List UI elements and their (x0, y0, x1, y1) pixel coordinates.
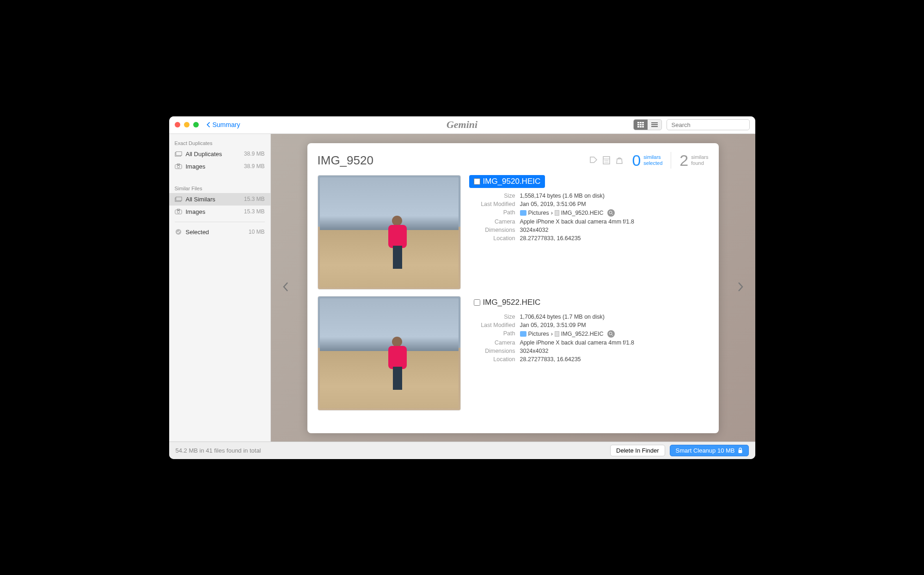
reveal-icon[interactable] (607, 330, 615, 338)
svg-point-17 (177, 165, 179, 168)
svg-rect-5 (642, 124, 644, 126)
filename-chip[interactable]: IMG_9520.HEIC (469, 175, 545, 188)
file-icon (555, 331, 559, 337)
svg-point-22 (177, 211, 179, 213)
svg-rect-37 (738, 450, 742, 453)
file-details: IMG_9520.HEIC Size1,558,174 bytes (1.6 M… (469, 175, 709, 290)
stat-selected: 0 similarsselected (632, 151, 662, 169)
cleanup-label: Smart Cleanup 10 MB (676, 447, 735, 454)
svg-point-30 (605, 162, 606, 163)
meta-size: 1,706,624 bytes (1.7 MB on disk) (520, 314, 605, 320)
svg-line-36 (612, 334, 613, 336)
svg-line-34 (612, 213, 613, 215)
sidebar-item-size: 38.9 MB (244, 151, 265, 157)
meta-camera: Apple iPhone X back dual camera 4mm f/1.… (520, 218, 634, 225)
svg-rect-2 (642, 122, 644, 123)
prev-button[interactable] (273, 272, 298, 303)
reveal-icon[interactable] (607, 209, 615, 217)
main-area: IMG_9520 0 similarsselected 2 (271, 134, 755, 442)
thumbnail[interactable] (318, 296, 461, 411)
stat-found-num: 2 (679, 151, 688, 169)
svg-point-28 (606, 160, 607, 161)
checkmark-circle-icon (175, 229, 182, 235)
search-field[interactable] (667, 119, 750, 130)
svg-rect-20 (176, 197, 181, 201)
close-icon[interactable] (175, 122, 180, 127)
folder-icon (520, 331, 526, 337)
toolbar-right (633, 119, 750, 130)
meta-size: 1,558,174 bytes (1.6 MB on disk) (520, 193, 605, 199)
filename-label: IMG_9522.HEIC (483, 298, 541, 307)
stat-selected-label: similarsselected (643, 154, 662, 166)
svg-point-32 (607, 162, 608, 163)
sidebar-item-selected[interactable]: Selected 10 MB (169, 226, 270, 238)
metadata-list: Size1,706,624 bytes (1.7 MB on disk) Las… (469, 313, 709, 363)
next-button[interactable] (728, 272, 753, 303)
sidebar-item-images-sim[interactable]: Images 15.3 MB (169, 206, 270, 218)
sidebar-divider (175, 222, 265, 222)
meta-path[interactable]: Pictures › IMG_9520.HEIC (520, 209, 615, 217)
sidebar-item-all-similars[interactable]: All Similars 15.3 MB (169, 193, 270, 206)
meta-dimensions: 3024x4032 (520, 348, 549, 354)
file-details: IMG_9522.HEIC Size1,706,624 bytes (1.7 M… (469, 296, 709, 411)
metadata-list: Size1,558,174 bytes (1.6 MB on disk) Las… (469, 192, 709, 242)
svg-rect-7 (640, 126, 642, 127)
grid-view-button[interactable] (634, 120, 648, 130)
sidebar-item-label: All Duplicates (186, 151, 222, 157)
select-checkbox[interactable] (474, 299, 480, 306)
folder-icon (520, 210, 526, 216)
titlebar: Summary Gemini (169, 116, 755, 134)
list-icon (651, 122, 658, 127)
smart-cleanup-button[interactable]: Smart Cleanup 10 MB (670, 445, 749, 456)
sidebar-item-size: 15.3 MB (244, 208, 265, 215)
svg-rect-15 (176, 152, 181, 156)
back-button[interactable]: Summary (206, 121, 240, 128)
sidebar-item-size: 15.3 MB (244, 196, 265, 202)
delete-button[interactable]: Delete In Finder (610, 445, 665, 456)
svg-rect-1 (640, 122, 642, 123)
stack-icon (175, 151, 182, 157)
stat-divider (671, 152, 671, 169)
sidebar: Exact Duplicates All Duplicates 38.9 MB … (169, 134, 271, 442)
meta-location: 28.27277833, 16.64235 (520, 356, 581, 363)
sidebar-item-label: Images (186, 208, 206, 215)
chevron-right-icon (737, 281, 744, 292)
meta-modified: Jan 05, 2019, 3:51:06 PM (520, 201, 586, 207)
svg-rect-10 (651, 124, 658, 125)
filename-chip[interactable]: IMG_9522.HEIC (469, 296, 545, 309)
bag-icon[interactable] (615, 156, 624, 164)
svg-point-31 (606, 162, 607, 163)
svg-point-35 (609, 332, 612, 335)
duplicate-row: IMG_9520.HEIC Size1,558,174 bytes (1.6 M… (318, 175, 709, 290)
zoom-icon[interactable] (193, 122, 199, 127)
search-input[interactable] (672, 121, 749, 128)
meta-modified: Jan 05, 2019, 3:51:09 PM (520, 322, 586, 328)
select-checkbox[interactable] (474, 178, 480, 185)
camera-icon (175, 163, 182, 169)
svg-rect-9 (651, 122, 658, 123)
meta-path[interactable]: Pictures › IMG_9522.HEIC (520, 330, 615, 338)
body: Exact Duplicates All Duplicates 38.9 MB … (169, 134, 755, 442)
view-mode-segment (633, 119, 662, 130)
card-title: IMG_9520 (318, 153, 373, 168)
sidebar-item-images-dup[interactable]: Images 38.9 MB (169, 160, 270, 173)
minimize-icon[interactable] (184, 122, 190, 127)
svg-rect-3 (637, 124, 639, 126)
sidebar-item-all-duplicates[interactable]: All Duplicates 38.9 MB (169, 148, 270, 160)
chevron-left-icon (206, 121, 211, 128)
filename-label: IMG_9520.HEIC (483, 177, 541, 186)
sidebar-item-size: 10 MB (249, 229, 265, 235)
list-view-button[interactable] (648, 120, 661, 130)
calculator-icon[interactable] (602, 156, 611, 164)
window-controls (175, 122, 199, 127)
footer: 54.2 MB in 41 files found in total Delet… (169, 442, 755, 459)
svg-rect-0 (637, 122, 639, 123)
meta-location: 28.27277833, 16.64235 (520, 235, 581, 242)
stat-found-label: similarsfound (691, 154, 708, 166)
duplicate-row: IMG_9522.HEIC Size1,706,624 bytes (1.7 M… (318, 296, 709, 411)
sidebar-item-label: All Similars (186, 196, 215, 203)
tag-icon[interactable] (589, 156, 598, 164)
sidebar-heading-similar: Similar Files (169, 182, 270, 193)
meta-camera: Apple iPhone X back dual camera 4mm f/1.… (520, 339, 634, 346)
thumbnail[interactable] (318, 175, 461, 290)
